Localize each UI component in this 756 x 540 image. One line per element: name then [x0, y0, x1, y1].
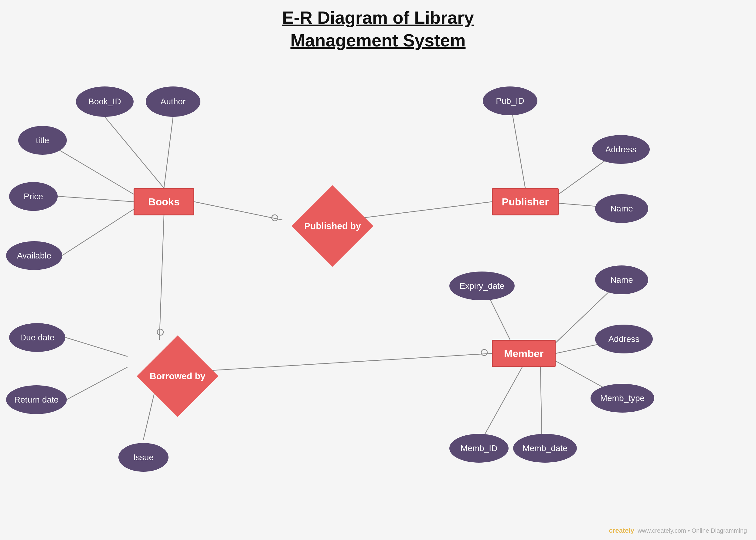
svg-line-19	[67, 367, 127, 400]
watermark: creately www.creately.com • Online Diagr…	[609, 527, 747, 535]
attr-price: Price	[9, 182, 58, 211]
attr-name-pub: Name	[595, 194, 648, 223]
attr-memb-type: Memb_type	[591, 384, 654, 413]
attr-due-date: Due date	[9, 323, 65, 352]
svg-line-3	[58, 196, 133, 202]
watermark-brand: creately	[609, 527, 634, 534]
svg-line-16	[479, 367, 522, 445]
watermark-text: www.creately.com • Online Diagramming	[638, 527, 747, 534]
svg-point-25	[481, 349, 487, 355]
svg-line-4	[62, 209, 133, 255]
svg-line-1	[164, 117, 173, 188]
svg-line-11	[191, 353, 492, 372]
relationship-published-by: Published by	[292, 185, 373, 267]
attr-memb-date: Memb_date	[513, 434, 577, 463]
title-line2: Management System	[290, 30, 466, 50]
svg-line-5	[194, 202, 283, 220]
svg-point-21	[272, 215, 278, 221]
attr-book-id: Book_ID	[76, 86, 133, 117]
svg-line-18	[65, 338, 127, 356]
entity-books: Books	[133, 188, 194, 215]
connection-lines	[0, 0, 756, 540]
relationship-borrowed-by: Borrowed by	[137, 336, 219, 417]
svg-line-0	[105, 117, 164, 188]
attr-address-mem: Address	[595, 325, 653, 353]
attr-author: Author	[146, 86, 200, 117]
attr-name-mem: Name	[595, 265, 648, 294]
attr-address-pub: Address	[592, 135, 650, 164]
title-line1: E-R Diagram of Library	[282, 8, 474, 27]
svg-line-17	[540, 367, 542, 445]
entity-member: Member	[492, 340, 556, 367]
attr-expiry-date: Expiry_date	[449, 272, 515, 300]
entity-publisher: Publisher	[492, 188, 559, 215]
diagram-title: E-R Diagram of Library Management System	[282, 6, 474, 52]
attr-return-date: Return date	[6, 385, 67, 414]
attr-issue: Issue	[118, 443, 168, 472]
svg-point-24	[157, 329, 163, 335]
attr-title: title	[18, 126, 67, 155]
svg-line-6	[346, 202, 492, 220]
attr-memb-id: Memb_ID	[449, 434, 508, 463]
attr-pub-id: Pub_ID	[483, 86, 537, 115]
attr-available: Available	[6, 241, 62, 270]
diagram-container: E-R Diagram of Library Management System…	[0, 0, 756, 540]
svg-line-10	[159, 215, 164, 340]
